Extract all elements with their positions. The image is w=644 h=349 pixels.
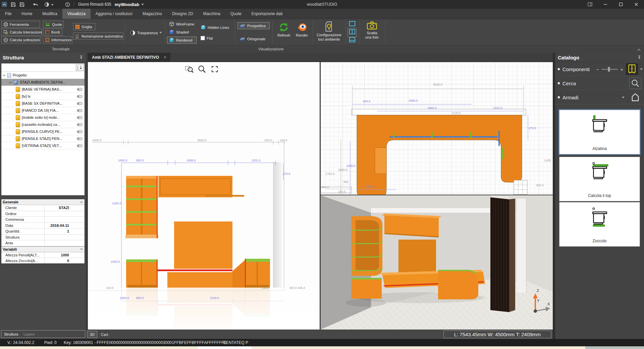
visibility-toggle[interactable] [77, 130, 83, 133]
tree-row[interactable]: [cassetto inclinato] ca... [1, 121, 85, 128]
property-section-variabili[interactable]: Variabili [1, 246, 85, 252]
visibility-toggle[interactable] [77, 88, 83, 91]
property-row-ordine[interactable]: Ordine [1, 211, 85, 217]
visibility-toggle[interactable] [77, 123, 83, 126]
ribbon-collapse-icon[interactable] [637, 48, 641, 52]
close-button[interactable] [629, 0, 644, 9]
size-decrease-button[interactable]: − [596, 66, 600, 72]
pin-icon[interactable] [79, 55, 83, 60]
panel-tab-struttura[interactable]: Struttura [4, 332, 18, 336]
ortogonale-button[interactable]: Ortogonale [237, 35, 270, 42]
catalog-row-cerca[interactable]: Cerca [555, 76, 644, 90]
visibility-toggle[interactable] [77, 137, 83, 140]
size-increase-button[interactable]: + [620, 66, 624, 72]
minimize-button[interactable] [598, 0, 613, 9]
property-row-commessa[interactable]: Commessa [1, 217, 85, 223]
expander-icon[interactable] [3, 73, 5, 76]
calcola-sottrazioni-button[interactable]: Calcola sottrazioni [1, 36, 41, 43]
menu-item-magazzino[interactable]: Magazzino [138, 9, 167, 19]
save-icon[interactable] [9, 1, 17, 8]
hidden-lines-button[interactable]: Hidden Lines [199, 24, 231, 31]
griglia-button[interactable]: Griglia [73, 23, 95, 30]
workspace-menu[interactable]: myWoodlab [115, 2, 139, 7]
tree-row[interactable]: Progetto [1, 72, 85, 79]
trasparenza-button[interactable]: Trasparenza [128, 29, 163, 36]
tree-row[interactable]: [PENSILE STAZI] PEN... [1, 135, 85, 142]
save-all-icon[interactable] [17, 1, 26, 8]
quote-button[interactable]: Quote [43, 21, 64, 28]
close-tab-icon[interactable]: × [164, 55, 166, 60]
property-row-altezza-zoccolo-a[interactable]: Altezza Zoccolo[A...0 [1, 258, 85, 264]
property-row-struttura[interactable]: Struttura [1, 235, 85, 241]
panel-tab-layers[interactable]: Layers [23, 332, 35, 336]
tree-row[interactable]: [BASE SX DEFINITIVA... [1, 100, 85, 107]
chevron-down-icon[interactable] [640, 68, 643, 70]
collapse-icon[interactable] [80, 201, 83, 204]
menu-item-disegno-2d[interactable]: Disegno 2D [167, 9, 198, 19]
tree-row[interactable]: [VETRINA STAZI] VET... [1, 142, 85, 149]
tree-row[interactable]: [PENSILE CURVO] PE... [1, 128, 85, 135]
pin-icon[interactable] [637, 55, 641, 60]
numerazione-automatica-button[interactable]: 1 23 4 Numerazione automatica [73, 33, 123, 40]
prospettiva-button[interactable]: Prospettiva [237, 22, 270, 29]
menu-item-home[interactable]: Home [16, 9, 37, 19]
property-row-altezza-pensili-alt[interactable]: Altezza Pensili[ALT...1000 [1, 252, 85, 258]
tree-row[interactable]: [BASE VETRINA] BAS... [1, 86, 85, 93]
property-section-generale[interactable]: Generale [1, 199, 85, 205]
zoom-fit-icon[interactable] [210, 65, 219, 73]
expander-icon[interactable] [9, 81, 12, 83]
ferramenta-button[interactable]: Ferramenta [1, 21, 40, 28]
perspective-3d-view[interactable]: Z Y X [321, 195, 553, 330]
wardrobe-filter-button[interactable] [626, 63, 638, 75]
panel-layout-icon[interactable] [582, 0, 598, 9]
menu-item-visualizza[interactable]: Visualizza [62, 9, 91, 19]
view-tab-3d[interactable]: 3D [87, 331, 97, 338]
tree-row[interactable]: [FIANCO DA 19] FIA... [1, 107, 85, 114]
plan-view[interactable]: 3930.0800.02699.01880.03130.01231.0270.0… [321, 62, 553, 195]
document-tab[interactable]: Amb STAZI AMBIENTE DEFINITIVO × [88, 53, 170, 62]
menu-item-aggiorna-sostituisci[interactable]: Aggiorna / sostituisci [91, 9, 138, 19]
search-button[interactable] [629, 78, 641, 89]
category-home-button[interactable] [629, 92, 641, 103]
undo-icon[interactable] [31, 1, 40, 8]
bordi-button[interactable]: Bordi [43, 29, 62, 36]
wireframe-button[interactable]: WireFrame [167, 20, 196, 28]
visibility-toggle[interactable] [77, 102, 83, 105]
scatta-foto-button[interactable]: Scatta una foto [362, 21, 382, 40]
zoom-window-icon[interactable] [184, 65, 194, 73]
catalog-item-alzatina[interactable]: Alzatina [559, 110, 640, 154]
property-row-cliente[interactable]: ClienteSTAZI [1, 205, 85, 211]
property-row-quantit[interactable]: Quantità1 [1, 229, 85, 235]
layout-split-view-button[interactable] [347, 28, 357, 37]
menu-item-esportazione-dati[interactable]: Esportazione dati [247, 9, 288, 19]
visibility-toggle[interactable] [77, 116, 83, 119]
info-icon[interactable] [63, 1, 72, 8]
visibility-toggle[interactable] [77, 109, 83, 112]
front-elevation-view[interactable]: 1600.03930.0194.0194.01600.0800.01888.01… [88, 62, 320, 330]
panel-splitter[interactable] [553, 53, 555, 339]
configurazione-luci-button[interactable]: Configurazione luci ambiente [315, 21, 343, 42]
tree-row[interactable]: [tv] tv [1, 93, 85, 100]
flat-checkbox[interactable]: Flat [199, 35, 219, 42]
sort-button[interactable]: 12 [76, 64, 84, 71]
shaded-button[interactable]: Shaded [167, 29, 192, 36]
menu-item-quote[interactable]: Quote [225, 9, 247, 19]
layout-single-view-button[interactable] [349, 21, 356, 28]
property-row-anta[interactable]: Anta [1, 240, 85, 246]
catalog-item-zoccolo[interactable]: Zoccolo [559, 202, 640, 247]
refresh-button[interactable]: Refresh [274, 22, 293, 38]
chevron-down-icon[interactable] [51, 4, 54, 6]
size-slider[interactable] [602, 69, 618, 70]
chevron-down-icon[interactable] [622, 97, 625, 98]
visibility-toggle[interactable] [77, 95, 83, 98]
rendered-button[interactable]: Rendered [167, 37, 197, 44]
menu-item-file[interactable]: File [0, 9, 16, 19]
maximize-button[interactable] [613, 0, 629, 9]
theme-contrast-icon[interactable] [42, 1, 51, 8]
catalog-row-armadi[interactable]: Armadi [555, 90, 644, 104]
layout-horizontal-view-button[interactable] [349, 37, 356, 44]
collapse-icon[interactable] [80, 248, 83, 251]
render-button[interactable]: Render [293, 22, 311, 38]
visibility-toggle[interactable] [77, 144, 83, 147]
catalog-row-componenti[interactable]: Componenti − + [555, 62, 644, 76]
